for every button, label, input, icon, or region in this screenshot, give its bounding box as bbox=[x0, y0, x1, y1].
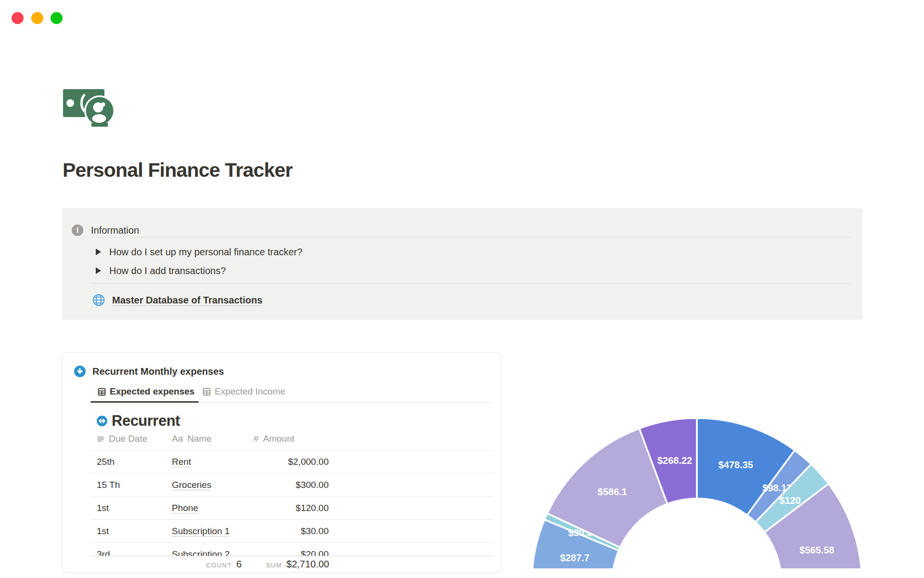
donut-segment-label: $565.58 bbox=[799, 545, 834, 555]
cell-due-date: 15 Th bbox=[97, 480, 172, 490]
donut-segment-label: $268.22 bbox=[657, 455, 692, 466]
text-property-icon: Aa bbox=[172, 434, 183, 444]
information-callout: i Information How do I set up my persona… bbox=[62, 208, 862, 320]
sum-calculation[interactable]: SUM$2,710.00 bbox=[246, 556, 329, 573]
left-right-arrow-circle-icon bbox=[97, 416, 107, 426]
cell-name-link[interactable]: Groceries bbox=[172, 480, 211, 490]
cell-due-date: 1st bbox=[97, 526, 172, 537]
globe-icon bbox=[92, 293, 105, 307]
table-calculation-footer: COUNT6 SUM$2,710.00 bbox=[63, 556, 500, 572]
zoom-window-button[interactable] bbox=[51, 12, 63, 24]
toggle-triangle-icon bbox=[96, 267, 101, 274]
cell-amount: $300.00 bbox=[254, 480, 329, 490]
minimize-window-button[interactable] bbox=[31, 12, 43, 24]
toggle-add-transactions-question[interactable]: How do I add transactions? bbox=[96, 264, 226, 277]
card-title: Recurrent Monthly expenses bbox=[92, 366, 224, 377]
money-banknote-graphic bbox=[63, 88, 116, 127]
cell-name-link[interactable]: Phone bbox=[172, 503, 198, 513]
table-row[interactable]: 1st Phone $120.00 bbox=[91, 497, 493, 520]
table-row[interactable]: 15 Th Groceries $300.00 bbox=[91, 473, 493, 497]
cell-name-link[interactable]: Rent bbox=[172, 457, 191, 467]
close-window-button[interactable] bbox=[12, 12, 24, 24]
donut-segment-label: $478.35 bbox=[719, 460, 753, 470]
cell-due-date: 25th bbox=[97, 457, 172, 467]
donut-segment-label: $586.1 bbox=[598, 486, 627, 497]
donut-segment-label: $287.7 bbox=[560, 552, 590, 563]
table-header-row: Due Date Aa Name # Amount bbox=[91, 427, 493, 450]
tab-expected-income[interactable]: Expected Income bbox=[203, 384, 285, 399]
table-row[interactable]: 25th Rent $2,000.00 bbox=[91, 450, 493, 473]
toggle-triangle-icon bbox=[96, 249, 101, 255]
callout-divider bbox=[91, 283, 851, 284]
donut-segment-label: $120 bbox=[779, 495, 801, 506]
money-banknote-icon[interactable] bbox=[63, 88, 116, 127]
cell-amount: $30.00 bbox=[254, 526, 329, 537]
tab-label: Expected expenses bbox=[110, 386, 194, 397]
column-header-due-date[interactable]: Due Date bbox=[97, 434, 172, 444]
callout-title: Information bbox=[91, 225, 139, 236]
callout-divider bbox=[91, 237, 851, 237]
number-property-icon: # bbox=[254, 434, 259, 444]
toggle-setup-question[interactable]: How do I set up my personal finance trac… bbox=[96, 246, 302, 258]
recurrent-expenses-card: Recurrent Monthly expenses Expected expe… bbox=[62, 352, 501, 573]
table-icon bbox=[203, 388, 211, 396]
card-header: Recurrent Monthly expenses bbox=[74, 366, 224, 377]
list-lines-icon bbox=[97, 435, 104, 443]
cell-amount: $120.00 bbox=[254, 503, 329, 513]
donut-chart-canvas[interactable]: $478.35$98.17$120$565.58$287.7$30.68$586… bbox=[510, 414, 866, 568]
info-icon: i bbox=[72, 224, 83, 236]
table-icon bbox=[98, 388, 106, 396]
column-header-name[interactable]: Aa Name bbox=[172, 434, 254, 444]
page-title[interactable]: Personal Finance Tracker bbox=[63, 159, 293, 182]
tab-expected-expenses[interactable]: Expected expenses bbox=[98, 384, 194, 399]
count-calculation[interactable]: COUNT6 bbox=[157, 556, 242, 573]
cell-amount: $2,000.00 bbox=[254, 457, 329, 467]
cell-name-link[interactable]: Subscription 1 bbox=[172, 526, 230, 536]
expenses-donut-chart[interactable]: $478.35$98.17$120$565.58$287.7$30.68$586… bbox=[510, 414, 866, 568]
toggle-label: How do I add transactions? bbox=[109, 265, 226, 276]
arrow-down-circle-icon bbox=[74, 366, 86, 377]
column-header-amount[interactable]: # Amount bbox=[254, 434, 329, 444]
master-database-link[interactable]: Master Database of Transactions bbox=[92, 293, 262, 307]
tab-label: Expected Income bbox=[215, 386, 285, 397]
active-tab-underline bbox=[90, 401, 199, 403]
cell-due-date: 1st bbox=[97, 503, 172, 513]
expenses-table: Due Date Aa Name # Amount 25th Rent $2,0… bbox=[91, 427, 493, 566]
toggle-label: How do I set up my personal finance trac… bbox=[109, 247, 302, 258]
master-database-link-label: Master Database of Transactions bbox=[112, 295, 262, 306]
table-row[interactable]: 1st Subscription 1 $30.00 bbox=[91, 520, 493, 543]
